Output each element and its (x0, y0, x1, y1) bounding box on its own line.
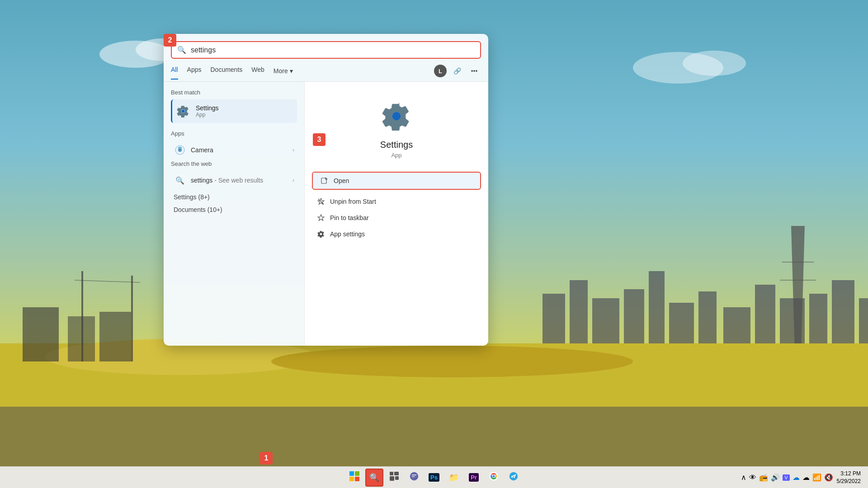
systray: ∧ 👁 📻 🔊 V ☁ ☁ 📶 🔇 (741, 473, 833, 482)
svg-rect-40 (349, 477, 354, 481)
chevron-icon[interactable]: ∧ (741, 473, 746, 482)
best-match-label: Best match (171, 89, 297, 96)
svg-rect-34 (178, 147, 182, 149)
results-left: Best match Settings App Apps (164, 82, 305, 346)
camera-app-item[interactable]: Camera › (171, 141, 297, 160)
app-settings-icon (316, 230, 326, 238)
unpin-start-menu-item[interactable]: Unpin from Start (312, 193, 481, 210)
web-search-term: settings (191, 177, 212, 184)
tab-apps[interactable]: Apps (187, 66, 202, 76)
svg-rect-28 (81, 271, 83, 361)
link-icon-btn[interactable]: 🔗 (450, 64, 464, 78)
step-1-badge: 1 (260, 452, 273, 465)
ellipsis-icon: ••• (471, 67, 478, 75)
open-menu-item[interactable]: Open (313, 173, 480, 189)
volume-icon[interactable]: 🔊 (771, 473, 780, 482)
settings-item-name: Settings (196, 104, 219, 112)
settings-icon-small (176, 104, 190, 118)
taskbar-time-display[interactable]: 3:12 PM 5/29/2022 (837, 470, 861, 485)
search-input-area: 🔍 (164, 34, 488, 59)
svg-rect-39 (355, 471, 359, 476)
open-icon (320, 177, 329, 184)
cloud2-icon: ☁ (802, 473, 810, 482)
search-taskbar-icon: 🔍 (369, 473, 379, 483)
documents-more-item[interactable]: Documents (10+) (171, 203, 297, 216)
radio-icon: 📻 (759, 473, 768, 482)
cloud-icon[interactable]: ☁ (793, 473, 800, 482)
right-app-name: Settings (380, 140, 413, 150)
wifi-icon[interactable]: 📶 (812, 473, 821, 482)
photoshop-button[interactable]: Ps (425, 469, 443, 487)
web-search-text: settings - See web results (191, 177, 263, 184)
tab-documents[interactable]: Documents (210, 66, 242, 76)
settings-item-info: Settings App (196, 104, 219, 118)
filter-tabs: All Apps Documents Web More ▾ L 🔗 ••• (164, 59, 488, 82)
search-icon: 🔍 (177, 46, 186, 54)
web-search-suffix: - See web results (214, 177, 263, 184)
tab-all[interactable]: All (171, 66, 178, 76)
premiere-icon: Pr (469, 473, 479, 482)
mute-icon: 🔇 (824, 473, 833, 482)
web-search-label: Search the web (171, 160, 297, 167)
right-app-type: App (391, 152, 401, 159)
svg-point-23 (271, 346, 633, 377)
taskbar: 🔍 Ps (0, 466, 868, 488)
app-settings-menu-item[interactable]: App settings (312, 226, 481, 242)
svg-rect-38 (349, 471, 354, 476)
more-options-btn[interactable]: ••• (467, 64, 481, 78)
camera-chevron-icon: › (292, 147, 294, 153)
svg-rect-42 (390, 472, 393, 475)
app-settings-label: App settings (330, 230, 365, 238)
svg-rect-41 (355, 477, 359, 481)
web-search-chevron-icon: › (292, 177, 294, 183)
pin-icon (316, 214, 326, 221)
chrome-button[interactable] (485, 469, 503, 487)
search-button[interactable]: 🔍 (365, 469, 383, 487)
premiere-button[interactable]: Pr (465, 469, 483, 487)
clock-date: 5/29/2022 (837, 478, 861, 485)
apps-section-label: Apps (171, 130, 297, 137)
svg-rect-44 (390, 476, 394, 481)
step-3-badge: 3 (313, 133, 326, 146)
camera-item-name: Camera (191, 146, 288, 154)
v-icon: V (783, 474, 789, 481)
tab-more[interactable]: More ▾ (274, 67, 293, 75)
search-input-wrapper[interactable]: 🔍 (171, 41, 481, 59)
settings-item-type: App (196, 112, 219, 118)
settings-app-icon-large (380, 100, 413, 132)
right-panel-content: Settings App (312, 91, 481, 242)
pin-taskbar-menu-item[interactable]: Pin to taskbar (312, 210, 481, 226)
unpin-icon (316, 198, 326, 205)
tab-web[interactable]: Web (251, 66, 264, 76)
task-view-button[interactable] (385, 469, 403, 487)
search-input[interactable] (191, 46, 475, 54)
taskbar-center: 🔍 Ps (345, 469, 523, 487)
chat-icon (409, 471, 419, 483)
telegram-icon (509, 471, 519, 483)
files-icon: 📁 (449, 473, 459, 483)
eye-icon: 👁 (749, 474, 756, 482)
telegram-button[interactable] (505, 469, 523, 487)
start-icon (349, 471, 359, 483)
results-right: Settings App (305, 82, 488, 346)
user-avatar[interactable]: L (434, 65, 447, 77)
files-button[interactable]: 📁 (445, 469, 463, 487)
context-menu: Open (312, 172, 481, 190)
tab-icons: L 🔗 ••• (434, 64, 481, 78)
photoshop-icon: Ps (429, 473, 439, 482)
svg-rect-43 (394, 472, 399, 475)
svg-point-4 (683, 51, 746, 76)
search-panel: 🔍 All Apps Documents Web More ▾ L 🔗 (164, 34, 488, 346)
svg-rect-25 (23, 307, 59, 361)
start-button[interactable] (345, 469, 363, 487)
svg-point-35 (392, 112, 401, 121)
chat-button[interactable] (405, 469, 423, 487)
svg-rect-29 (131, 276, 133, 361)
svg-rect-27 (99, 312, 131, 361)
results-container: Best match Settings App Apps (164, 82, 488, 346)
settings-more-item[interactable]: Settings (8+) (171, 191, 297, 203)
task-view-icon (390, 472, 399, 483)
best-match-settings[interactable]: Settings App (171, 99, 297, 123)
camera-icon (174, 144, 186, 156)
web-search-item[interactable]: 🔍 settings - See web results › (171, 171, 297, 190)
